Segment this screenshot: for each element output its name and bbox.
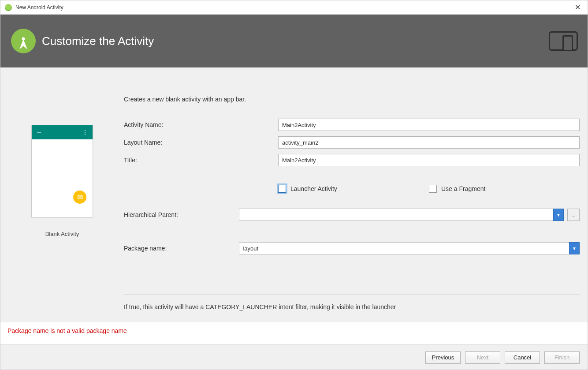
android-studio-icon <box>5 4 12 11</box>
device-preview-icon <box>549 31 578 51</box>
form-area: Creates a new blank activity with an app… <box>124 67 588 322</box>
title-label: Title: <box>124 157 278 164</box>
back-arrow-icon: ← <box>36 129 42 136</box>
error-message: Package name is not a valid package name <box>7 327 127 334</box>
form-description: Creates a new blank activity with an app… <box>124 96 580 103</box>
package-name-dropdown[interactable]: ▼ <box>569 242 580 254</box>
use-fragment-label: Use a Fragment <box>441 185 485 192</box>
template-name: Blank Activity <box>45 231 79 237</box>
hierarchical-parent-browse-button[interactable]: ... <box>567 209 580 221</box>
window-title: New Android Activity <box>15 4 63 11</box>
template-preview: ← ⋮ ✉ Blank Activity <box>0 67 124 322</box>
titlebar: New Android Activity ✕ <box>0 0 588 15</box>
hierarchical-parent-input[interactable] <box>239 209 553 221</box>
previous-button[interactable]: Previous <box>425 351 461 364</box>
divider <box>124 294 580 295</box>
activity-name-input[interactable] <box>278 119 580 131</box>
android-studio-logo <box>11 29 36 53</box>
wizard-footer: Previous Next Cancel Finish <box>0 344 588 370</box>
header-title: Customize the Activity <box>42 34 154 48</box>
layout-name-input[interactable] <box>278 136 580 149</box>
launcher-activity-label: Launcher Activity <box>290 185 337 192</box>
main-content: ← ⋮ ✉ Blank Activity Creates a new blank… <box>0 67 588 322</box>
wizard-header: Customize the Activity <box>0 15 588 67</box>
overflow-icon: ⋮ <box>82 129 88 136</box>
package-name-input[interactable] <box>239 242 569 254</box>
title-input[interactable] <box>278 154 580 166</box>
hierarchical-parent-label: Hierarchical Parent: <box>124 211 239 218</box>
use-fragment-checkbox[interactable] <box>429 185 437 193</box>
package-name-label: Package name: <box>124 245 239 252</box>
next-button[interactable]: Next <box>465 351 500 364</box>
finish-button[interactable]: Finish <box>544 351 580 364</box>
activity-name-label: Activity Name: <box>124 121 278 128</box>
close-icon[interactable]: ✕ <box>571 1 584 13</box>
field-hint: If true, this activity will have a CATEG… <box>124 303 580 310</box>
hierarchical-parent-dropdown[interactable]: ▼ <box>553 209 564 221</box>
layout-name-label: Layout Name: <box>124 139 278 146</box>
fab-icon: ✉ <box>73 191 86 204</box>
cancel-button[interactable]: Cancel <box>505 351 540 364</box>
launcher-activity-checkbox[interactable] <box>278 185 286 193</box>
template-thumbnail: ← ⋮ ✉ <box>31 125 93 217</box>
